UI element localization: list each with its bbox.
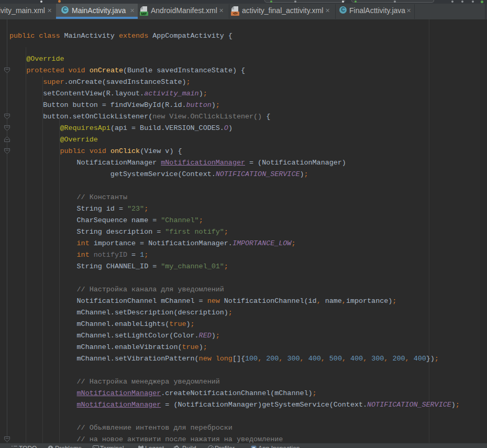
svg-text:MF: MF	[141, 12, 147, 16]
svg-text:</>: </>	[233, 12, 238, 15]
